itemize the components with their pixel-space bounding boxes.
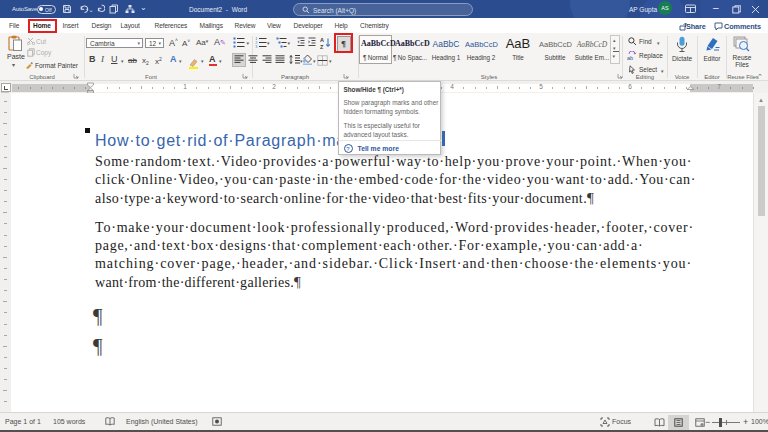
svg-text:3: 3	[255, 45, 257, 48]
svg-text:A: A	[320, 37, 324, 43]
svg-text:ab: ab	[627, 55, 633, 61]
svg-text:Z: Z	[320, 43, 324, 49]
